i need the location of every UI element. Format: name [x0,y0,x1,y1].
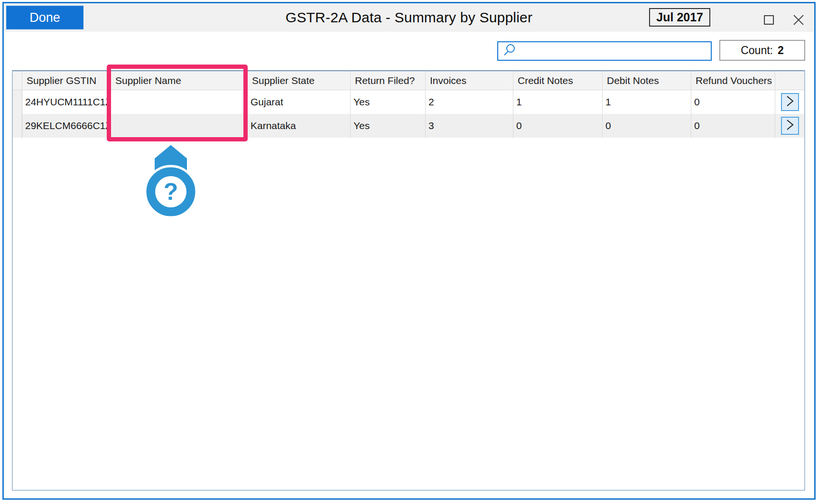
cell-gstin: 24HYUCM1111C1Z [22,90,111,114]
cell-gstin: 29KELCM6666C1ZL [22,114,111,138]
cell-refund-vouchers: 0 [691,114,775,138]
chevron-right-icon [785,119,795,133]
count-label: Count: [741,44,773,57]
done-button[interactable]: Done [6,6,84,29]
supplier-summary-table: Supplier GSTIN Supplier Name Supplier St… [12,70,805,491]
table-row[interactable]: 24HYUCM1111C1Z Gujarat Yes 2 1 1 0 [13,90,804,114]
action-cell [775,114,804,138]
maximize-icon [763,14,775,28]
row-detail-button[interactable] [781,117,799,135]
cell-invoices: 3 [426,114,513,138]
column-header-credit-notes[interactable]: Credit Notes [513,71,603,90]
column-header-gstin[interactable]: Supplier GSTIN [22,71,111,90]
period-selector[interactable]: Jul 2017 [649,8,710,27]
column-header-return-filed[interactable]: Return Filed? [351,71,426,90]
row-detail-button[interactable] [781,93,799,111]
column-header-invoices[interactable]: Invoices [426,71,513,90]
title-bar: GSTR-2A Data - Summary by Supplier Done … [4,3,814,32]
cell-state: Gujarat [248,90,351,114]
search-input[interactable] [517,42,711,60]
app-window: GSTR-2A Data - Summary by Supplier Done … [2,2,816,500]
action-column-header [775,71,804,90]
record-count: Count: 2 [719,40,805,61]
search-icon [498,43,517,59]
cell-credit-notes: 0 [513,114,603,138]
search-box [497,41,712,61]
cell-invoices: 2 [426,90,513,114]
cell-state: Karnataka [248,114,351,138]
chevron-right-icon [785,95,795,109]
close-button[interactable] [791,14,806,28]
column-header-refund-vouchers[interactable]: Refund Vouchers [691,71,775,90]
selector-column-header [13,71,22,90]
cell-credit-notes: 1 [513,90,603,114]
maximize-button[interactable] [762,14,776,28]
action-cell [775,90,804,114]
row-selector[interactable] [13,90,22,114]
cell-name [111,114,248,138]
cell-name [111,90,248,114]
table-header-row: Supplier GSTIN Supplier Name Supplier St… [13,71,804,90]
column-header-name[interactable]: Supplier Name [111,71,248,90]
cell-debit-notes: 1 [603,90,691,114]
row-selector[interactable] [13,114,22,138]
cell-refund-vouchers: 0 [691,90,775,114]
column-header-debit-notes[interactable]: Debit Notes [603,71,691,90]
count-value: 2 [778,44,784,57]
table-row[interactable]: 29KELCM6666C1ZL Karnataka Yes 3 0 0 0 [13,114,804,138]
cell-return-filed: Yes [351,90,426,114]
column-header-state[interactable]: Supplier State [248,71,351,90]
cell-return-filed: Yes [351,114,426,138]
close-icon [792,14,805,28]
cell-debit-notes: 0 [603,114,691,138]
